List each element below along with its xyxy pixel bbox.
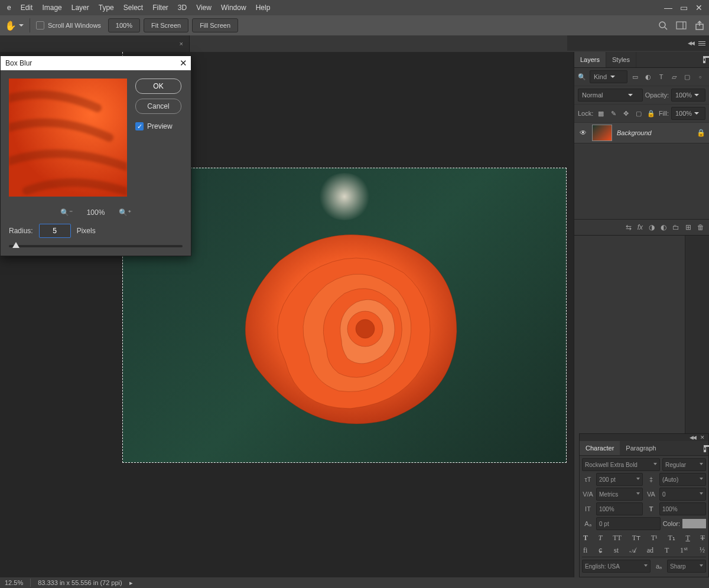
filter-adjust-icon[interactable]: ◐ — [643, 71, 653, 82]
filter-toggle-icon[interactable]: ◦ — [695, 71, 705, 82]
font-style-select[interactable]: Regular — [662, 458, 706, 471]
zoom-out-icon[interactable]: 🔍⁻ — [60, 208, 73, 217]
filter-shape-icon[interactable]: ▱ — [669, 71, 679, 82]
radius-input[interactable] — [39, 224, 71, 238]
close-icon[interactable]: ✕ — [691, 2, 707, 14]
menu-item-window[interactable]: Window — [221, 4, 246, 12]
new-layer-icon[interactable]: ⊞ — [685, 223, 691, 231]
lock-move-icon[interactable]: ✥ — [621, 108, 631, 119]
mask-icon[interactable]: ◑ — [649, 223, 655, 231]
menu-item-3d[interactable]: 3D — [178, 4, 187, 12]
lock-all-icon[interactable]: 🔒 — [646, 108, 656, 119]
tab-character[interactable]: Character — [580, 441, 620, 455]
panel-menu-icon[interactable] — [698, 41, 705, 45]
kerning-input[interactable]: Metrics — [596, 488, 643, 501]
language-select[interactable]: English: USA — [582, 560, 651, 573]
menu-item-layer[interactable]: Layer — [71, 4, 89, 12]
menu-item-image[interactable]: Image — [42, 4, 61, 12]
leading-input[interactable]: (Auto) — [659, 473, 706, 486]
layer-name[interactable]: Background — [617, 129, 652, 136]
tab-paragraph[interactable]: Paragraph — [620, 441, 662, 455]
radius-slider[interactable] — [9, 245, 183, 247]
font-family-select[interactable]: Rockwell Extra Bold — [582, 458, 660, 471]
zoom-level-button[interactable]: 100% — [108, 18, 140, 32]
hand-tool-icon[interactable]: ✋ — [5, 20, 17, 31]
color-swatch[interactable] — [682, 519, 706, 528]
minimize-icon[interactable]: — — [661, 2, 676, 14]
blur-preview[interactable] — [9, 79, 127, 197]
panel-menu-icon[interactable] — [703, 56, 705, 63]
tool-preset-dropdown-icon[interactable] — [19, 24, 24, 27]
italic-button[interactable]: T — [599, 534, 603, 543]
allcaps-button[interactable]: TT — [613, 534, 622, 543]
filter-image-icon[interactable]: ▭ — [630, 71, 640, 82]
titling-button[interactable]: ad — [647, 546, 653, 555]
contextual-button[interactable]: ɕ — [599, 546, 603, 555]
close-icon[interactable]: ✕ — [180, 58, 187, 68]
lock-pixels-icon[interactable]: ▩ — [596, 108, 606, 119]
fractions-button[interactable]: ½ — [700, 546, 705, 555]
menu-item-type[interactable]: Type — [99, 4, 114, 12]
search-icon[interactable] — [658, 21, 668, 30]
menu-item-view[interactable]: View — [196, 4, 212, 12]
delete-layer-icon[interactable]: 🗑 — [697, 223, 704, 231]
swash-button[interactable]: st — [614, 546, 619, 555]
baseline-input[interactable]: 0 pt — [596, 517, 661, 530]
tracking-input[interactable]: 0 — [659, 488, 706, 501]
underline-button[interactable]: T — [686, 534, 690, 543]
menu-item[interactable]: e — [7, 4, 11, 12]
workspace-icon[interactable] — [676, 21, 687, 30]
zoom-in-icon[interactable]: 🔍⁺ — [119, 208, 131, 217]
slider-handle[interactable] — [12, 242, 19, 248]
lock-artboard-icon[interactable]: ▢ — [633, 108, 643, 119]
fill-input[interactable]: 100% — [671, 107, 705, 120]
link-layers-icon[interactable]: ⇆ — [626, 223, 632, 231]
layer-filter-kind[interactable]: Kind — [590, 70, 627, 83]
adjustment-icon[interactable]: ◐ — [661, 223, 666, 231]
ligatures-button[interactable]: fi — [583, 546, 587, 555]
ordinals-button[interactable]: T — [665, 546, 669, 555]
smallcaps-button[interactable]: Tᴛ — [632, 534, 640, 543]
visibility-icon[interactable]: 👁 — [578, 128, 588, 138]
menu-item-filter[interactable]: Filter — [152, 4, 168, 12]
lock-icon[interactable]: 🔒 — [697, 129, 705, 137]
tab-layers[interactable]: Layers — [574, 52, 606, 67]
stylistic-button[interactable]: 𝒜 — [630, 546, 636, 555]
font-size-input[interactable]: 200 pt — [596, 473, 643, 486]
superscript-button[interactable]: T¹ — [651, 534, 658, 543]
menu-item-select[interactable]: Select — [123, 4, 143, 12]
opacity-input[interactable]: 100% — [671, 89, 705, 102]
dialog-titlebar[interactable]: Box Blur ✕ — [1, 56, 191, 70]
fx-icon[interactable]: fx — [638, 223, 643, 231]
filter-type-icon[interactable]: T — [656, 71, 666, 82]
close-panel-icon[interactable]: ✕ — [700, 435, 705, 440]
collapse-panels-icon[interactable]: ◀◀ — [688, 40, 694, 46]
scroll-all-windows-checkbox[interactable] — [36, 21, 44, 30]
panel-menu-icon[interactable] — [704, 445, 706, 452]
fill-screen-button[interactable]: Fill Screen — [192, 18, 238, 32]
bold-button[interactable]: T — [583, 534, 588, 543]
tab-styles[interactable]: Styles — [606, 52, 636, 67]
document-tab[interactable]: × — [0, 35, 190, 52]
collapse-icon[interactable]: ◀◀ — [690, 435, 695, 440]
share-icon[interactable] — [695, 21, 704, 30]
status-chevron-icon[interactable]: ▸ — [129, 579, 133, 587]
maximize-icon[interactable]: ▭ — [676, 2, 691, 14]
status-doc-info[interactable]: 83.333 in x 55.556 in (72 ppi) — [38, 579, 122, 586]
ok-button[interactable]: OK — [135, 79, 181, 94]
menu-item-edit[interactable]: Edit — [21, 4, 33, 12]
close-tab-icon[interactable]: × — [180, 40, 183, 47]
blend-mode-select[interactable]: Normal — [578, 89, 643, 102]
group-icon[interactable]: 🗀 — [672, 223, 679, 231]
subscript-button[interactable]: T₁ — [668, 534, 675, 543]
vscale-input[interactable]: 100% — [596, 502, 643, 515]
antialias-select[interactable]: Sharp — [667, 560, 706, 573]
layer-thumbnail[interactable] — [592, 125, 612, 141]
layer-row-background[interactable]: 👁 Background 🔒 — [574, 123, 709, 143]
hscale-input[interactable]: 100% — [659, 502, 706, 515]
lock-brush-icon[interactable]: ✎ — [609, 108, 619, 119]
oldstyle-button[interactable]: 1ˢᵗ — [680, 546, 688, 555]
filter-smart-icon[interactable]: ▢ — [682, 71, 692, 82]
preview-checkbox[interactable]: ✓ Preview — [135, 122, 181, 130]
strikethrough-button[interactable]: T — [701, 534, 705, 543]
